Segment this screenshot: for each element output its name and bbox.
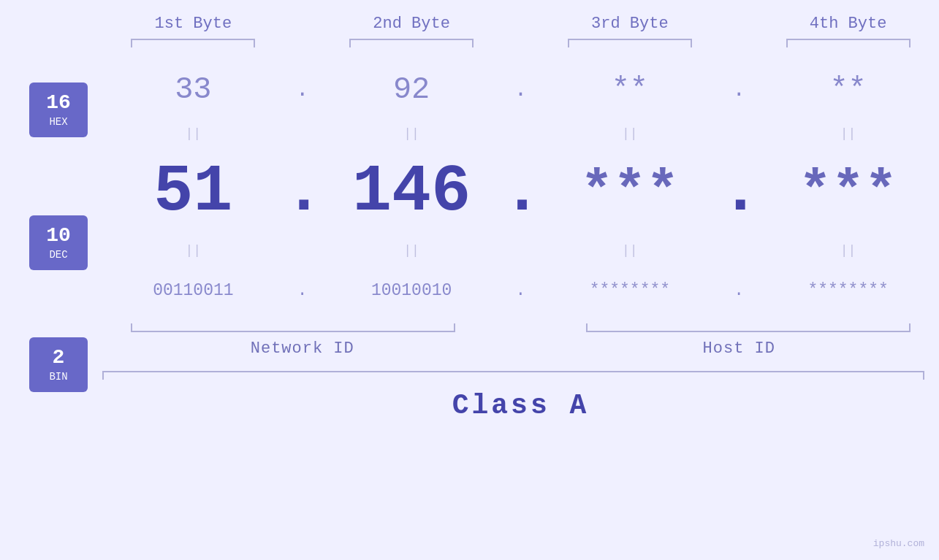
bin-val-1: 00110011: [102, 281, 284, 300]
bin-val-2: 10010010: [321, 281, 503, 300]
bracket-top-2: [349, 39, 474, 47]
bracket-top-4: [786, 39, 911, 47]
dec-badge: 10 DEC: [29, 215, 88, 270]
dec-values-row: 51 . 146 . *** . ***: [102, 148, 939, 236]
bin-badge-number: 2: [53, 348, 65, 368]
eq-2: ||: [321, 126, 503, 141]
dec-dot-3: .: [721, 155, 757, 229]
bracket-top-1: [131, 39, 255, 47]
bin-badge: 2 BIN: [29, 337, 88, 392]
bracket-top-3: [568, 39, 692, 47]
eq-row-1: || || || ||: [102, 119, 939, 148]
hex-val-3: **: [539, 72, 721, 107]
hex-dot-1: .: [284, 77, 321, 102]
dec-dot-1: .: [284, 159, 321, 225]
class-label: Class A: [452, 390, 590, 421]
bin-values-row: 00110011 . 10010010 . ******** . *******…: [102, 265, 939, 316]
eq-row-2: || || || ||: [102, 236, 939, 265]
hex-dot-2: .: [503, 77, 539, 102]
host-id-label: Host ID: [539, 340, 940, 358]
hex-val-2: 92: [321, 72, 503, 107]
bottom-brackets-row: [102, 323, 939, 332]
eq-5: ||: [102, 243, 284, 258]
class-label-row: Class A: [102, 390, 939, 421]
hex-badge: 16 HEX: [29, 83, 88, 137]
eq-7: ||: [539, 243, 721, 258]
hex-badge-number: 16: [46, 93, 71, 113]
hex-dot-3: .: [721, 77, 757, 102]
bin-dot-1: .: [284, 281, 321, 300]
hex-val-1: 33: [102, 72, 284, 107]
dec-dot-2: .: [503, 159, 539, 225]
eq-6: ||: [321, 243, 503, 258]
left-badges: 16 HEX 10 DEC 2 BIN: [0, 0, 102, 560]
bin-dot-3: .: [721, 281, 757, 300]
bin-dot-2: .: [503, 281, 539, 300]
byte-header-2: 2nd Byte: [321, 15, 503, 33]
hex-badge-label: HEX: [49, 116, 67, 128]
byte-header-4: 4th Byte: [757, 15, 939, 33]
id-labels-row: Network ID Host ID: [102, 340, 939, 358]
eq-8: ||: [757, 243, 939, 258]
dec-val-3: ***: [539, 161, 721, 223]
dec-badge-number: 10: [46, 226, 71, 246]
bracket-bottom-host: [586, 323, 911, 332]
dec-val-2: 146: [321, 155, 503, 229]
byte-header-3: 3rd Byte: [539, 15, 721, 33]
bracket-bottom-network: [131, 323, 455, 332]
bin-val-3: ********: [539, 281, 721, 300]
dec-badge-label: DEC: [49, 249, 67, 261]
bin-badge-label: BIN: [49, 371, 67, 383]
hex-values-row: 33 . 92 . ** . **: [102, 61, 939, 119]
byte-header-1: 1st Byte: [102, 15, 284, 33]
eq-3: ||: [539, 126, 721, 141]
watermark: ipshu.com: [873, 538, 924, 549]
dec-val-4: ***: [757, 161, 939, 223]
class-bracket: [102, 371, 924, 380]
network-id-label: Network ID: [102, 340, 503, 358]
bin-val-4: ********: [757, 281, 939, 300]
top-brackets-row: [102, 39, 939, 47]
eq-4: ||: [757, 126, 939, 141]
byte-headers-row: 1st Byte 2nd Byte 3rd Byte 4th Byte: [102, 15, 939, 33]
main-layout: 16 HEX 10 DEC 2 BIN 1st Byte 2nd Byte 3r…: [0, 0, 939, 560]
hex-val-4: **: [757, 72, 939, 107]
right-content: 1st Byte 2nd Byte 3rd Byte 4th Byte: [102, 0, 939, 560]
eq-1: ||: [102, 126, 284, 141]
dec-val-1: 51: [102, 155, 284, 229]
